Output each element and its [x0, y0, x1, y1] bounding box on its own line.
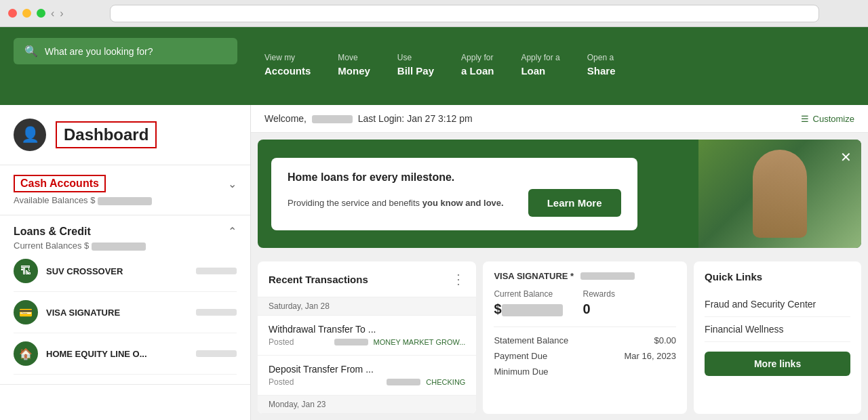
nav-item-money-main: Money: [338, 64, 370, 78]
loan-amount-heloc: [196, 350, 237, 357]
loan-icon-visa: 💳: [14, 300, 38, 324]
quick-links-title: Quick Links: [705, 271, 850, 282]
nav-item-loan2[interactable]: Apply for a Loan: [507, 27, 573, 105]
nav-item-accounts-sub: View my: [264, 52, 295, 64]
nav-item-loan1[interactable]: Apply for a Loan: [448, 27, 507, 105]
visa-statement-value: $0.00: [654, 335, 677, 345]
cash-balance-blur: [98, 197, 152, 205]
banner-image: [698, 140, 861, 248]
quick-links-card: Quick Links Fraud and Security Center Fi…: [694, 261, 861, 414]
loan-item-heloc[interactable]: 🏠 HOME EQUITY LINE O...: [14, 333, 237, 375]
address-bar[interactable]: [110, 5, 819, 22]
loan-amount-suv: [196, 268, 237, 274]
nav-item-accounts[interactable]: View my Accounts: [251, 27, 324, 105]
nav-item-billpay[interactable]: Use Bill Pay: [384, 27, 448, 105]
welcome-text: Welcome, Last Login: Jan 27 3:12 pm: [264, 113, 473, 124]
transactions-menu-button[interactable]: ⋮: [452, 271, 465, 287]
nav-item-money[interactable]: Move Money: [324, 27, 384, 105]
minimize-window-button[interactable]: [22, 9, 31, 18]
date-separator-jan23: Monday, Jan 23: [258, 396, 476, 414]
cash-accounts-header[interactable]: Cash Accounts ⌄: [14, 175, 237, 192]
visa-balance-row: Current Balance $ Rewards 0: [494, 289, 676, 317]
transaction-status-withdrawal: Posted: [269, 337, 294, 347]
nav-item-billpay-main: Bill Pay: [397, 64, 434, 78]
search-box[interactable]: 🔍 What are you looking for?: [14, 38, 237, 64]
maximize-window-button[interactable]: [37, 9, 45, 18]
nav-item-share-sub: Open a: [587, 52, 614, 64]
dashboard-label[interactable]: Dashboard: [56, 121, 157, 148]
app-wrapper: 🔍 What are you looking for? View my Acco…: [0, 27, 868, 420]
visa-account-number: [580, 272, 635, 280]
transaction-name-deposit: Deposit Transfer From ...: [269, 364, 465, 375]
nav-item-accounts-main: Accounts: [264, 64, 311, 78]
cards-row: Recent Transactions ⋮ Saturday, Jan 28 W…: [251, 255, 868, 420]
transaction-row-deposit[interactable]: Deposit Transfer From ... Posted CHECKIN…: [258, 356, 476, 396]
visa-statement-row: Statement Balance $0.00: [494, 333, 676, 348]
search-placeholder: What are you looking for?: [45, 46, 153, 57]
banner-section: Home loans for every milestone. Providin…: [258, 140, 861, 248]
visa-minimum-due-row: Minimum Due: [494, 364, 676, 379]
visa-payment-due-value: Mar 16, 2023: [624, 351, 676, 361]
transaction-category-withdrawal: MONEY MARKET GROW...: [374, 338, 466, 346]
transaction-meta-deposit: Posted CHECKING: [269, 377, 465, 387]
transaction-amount-withdrawal: [334, 339, 368, 345]
loan-icon-heloc: 🏠: [14, 341, 38, 366]
body-layout: 👤 Dashboard Cash Accounts ⌄ Available Ba…: [0, 105, 868, 420]
visa-header: VISA SIGNATURE *: [494, 271, 676, 281]
back-button[interactable]: ‹: [51, 7, 54, 20]
banner-close-button[interactable]: ✕: [840, 149, 852, 165]
visa-statement-label: Statement Balance: [494, 335, 568, 345]
forward-button[interactable]: ›: [60, 7, 63, 20]
top-nav: 🔍 What are you looking for? View my Acco…: [0, 27, 868, 105]
loans-balance: Current Balances $: [14, 240, 237, 251]
loan-name-suv: SUV CROSSOVER: [46, 266, 188, 276]
date-separator-jan28: Saturday, Jan 28: [258, 297, 476, 316]
transactions-header: Recent Transactions ⋮: [258, 261, 476, 297]
loan-item-visa[interactable]: 💳 VISA SIGNATURE: [14, 292, 237, 333]
loans-credit-section: Loans & Credit ⌃ Current Balances $ 🏗 SU…: [0, 215, 250, 385]
avatar: 👤: [14, 119, 46, 151]
more-links-button[interactable]: More links: [705, 352, 850, 376]
nav-item-loan2-sub: Apply for a: [521, 52, 559, 64]
cash-accounts-chevron: ⌄: [228, 177, 237, 190]
loan-item-suv[interactable]: 🏗 SUV CROSSOVER: [14, 251, 237, 292]
learn-more-button[interactable]: Learn More: [528, 189, 621, 217]
transactions-card: Recent Transactions ⋮ Saturday, Jan 28 W…: [258, 261, 476, 414]
loan-amount-visa: [196, 309, 237, 316]
main-content: Welcome, Last Login: Jan 27 3:12 pm ☰ Cu…: [251, 105, 868, 420]
nav-item-loan1-main: a Loan: [461, 64, 494, 78]
transaction-row-withdrawal[interactable]: Withdrawal Transfer To ... Posted MONEY …: [258, 316, 476, 356]
customize-icon: ☰: [801, 114, 809, 124]
close-window-button[interactable]: [8, 9, 17, 18]
quick-link-fraud[interactable]: Fraud and Security Center: [705, 292, 850, 317]
nav-item-loan2-main: Loan: [521, 64, 545, 78]
cash-accounts-title[interactable]: Cash Accounts: [14, 175, 106, 192]
loans-header[interactable]: Loans & Credit ⌃: [14, 225, 237, 238]
quick-link-wellness[interactable]: Financial Wellness: [705, 317, 850, 342]
transaction-amount-deposit: [387, 379, 420, 385]
sidebar-profile: 👤 Dashboard: [0, 105, 250, 165]
search-icon: 🔍: [24, 45, 38, 58]
sidebar: 👤 Dashboard Cash Accounts ⌄ Available Ba…: [0, 105, 251, 420]
customize-button[interactable]: ☰ Customize: [801, 114, 854, 124]
visa-current-balance: Current Balance $: [494, 289, 562, 317]
transaction-category-deposit: CHECKING: [426, 378, 465, 386]
visa-rewards-value: 0: [583, 301, 615, 317]
loans-chevron: ⌃: [228, 225, 237, 238]
nav-item-billpay-sub: Use: [397, 52, 412, 64]
visa-payment-due-label: Payment Due: [494, 351, 547, 361]
transaction-meta-withdrawal: Posted MONEY MARKET GROW...: [269, 337, 465, 347]
banner-description: Providing the service and benefits you k…: [288, 198, 504, 208]
banner-figure: [753, 150, 807, 238]
loans-balance-blur: [92, 243, 146, 251]
search-area: 🔍 What are you looking for?: [0, 27, 251, 105]
nav-items: View my Accounts Move Money Use Bill Pay…: [251, 27, 868, 105]
visa-card: VISA SIGNATURE * Current Balance $ Rewar…: [483, 261, 687, 414]
visa-minimum-due-label: Minimum Due: [494, 366, 548, 377]
loans-title: Loans & Credit: [14, 226, 91, 238]
cash-accounts-section: Cash Accounts ⌄ Available Balances $: [0, 165, 250, 215]
loan-icon-suv: 🏗: [14, 259, 38, 283]
loan-name-visa: VISA SIGNATURE: [46, 308, 188, 318]
customize-label: Customize: [813, 114, 854, 124]
nav-item-share[interactable]: Open a Share: [574, 27, 629, 105]
